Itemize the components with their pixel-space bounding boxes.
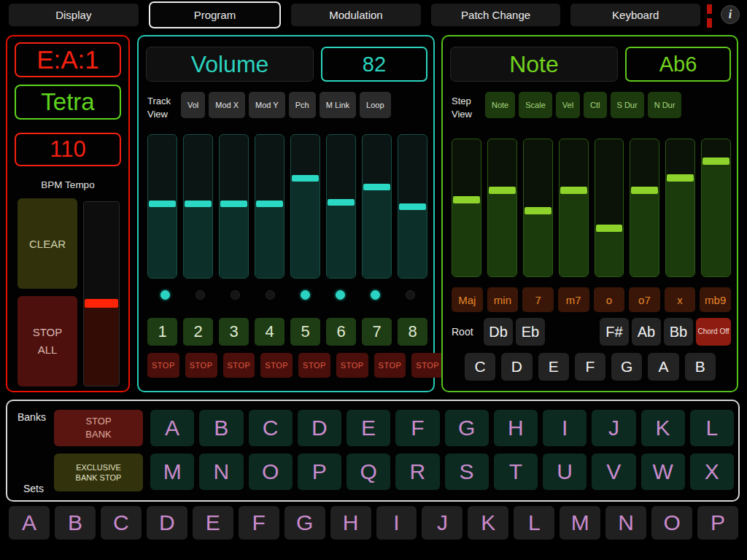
root-f[interactable]: F xyxy=(575,353,605,381)
fader-handle[interactable] xyxy=(631,187,658,194)
step-view-s-dur[interactable]: S Dur xyxy=(611,92,644,118)
set-i[interactable]: I xyxy=(376,506,417,540)
bank-u[interactable]: U xyxy=(543,454,587,490)
bank-a[interactable]: A xyxy=(150,410,194,446)
fader-3[interactable] xyxy=(523,139,553,277)
step-view-n-dur[interactable]: N Dur xyxy=(648,92,682,118)
fader-3[interactable] xyxy=(219,134,249,279)
chord-7[interactable]: 7 xyxy=(522,287,554,312)
fader-5[interactable] xyxy=(595,139,624,277)
chord-o7[interactable]: o7 xyxy=(629,287,660,312)
root-a[interactable]: A xyxy=(648,353,678,381)
stop-track-2[interactable]: STOP xyxy=(185,353,217,378)
fader-handle[interactable] xyxy=(453,196,480,203)
fader-handle[interactable] xyxy=(703,158,729,165)
bank-f[interactable]: F xyxy=(395,410,439,446)
bank-g[interactable]: G xyxy=(445,410,489,446)
fader-handle[interactable] xyxy=(525,207,551,214)
set-c[interactable]: C xyxy=(101,506,142,540)
set-a[interactable]: A xyxy=(9,506,50,540)
track-2[interactable]: 2 xyxy=(183,318,213,346)
chord-maj[interactable]: Maj xyxy=(452,287,483,312)
stop-track-1[interactable]: STOP xyxy=(147,353,179,378)
bank-q[interactable]: Q xyxy=(347,454,390,490)
stop-track-4[interactable]: STOP xyxy=(260,353,293,378)
track-view-loop[interactable]: Loop xyxy=(360,92,390,118)
step-view-note[interactable]: Note xyxy=(485,92,515,118)
chord-m7[interactable]: m7 xyxy=(558,287,589,312)
stop-all-button[interactable]: STOP ALL xyxy=(18,296,77,386)
bank-r[interactable]: R xyxy=(395,454,439,490)
chord-min[interactable]: min xyxy=(487,287,519,312)
track-4[interactable]: 4 xyxy=(255,318,285,346)
root-d[interactable]: D xyxy=(501,353,532,381)
fader-6[interactable] xyxy=(630,139,659,277)
fader-8[interactable] xyxy=(398,134,427,279)
set-e[interactable]: E xyxy=(193,506,233,540)
fader-handle[interactable] xyxy=(596,225,623,232)
bank-s[interactable]: S xyxy=(445,454,489,490)
bank-t[interactable]: T xyxy=(494,454,538,490)
root-g[interactable]: G xyxy=(611,353,642,381)
chord-o[interactable]: o xyxy=(594,287,625,312)
root-db[interactable]: Db xyxy=(484,318,513,346)
set-m[interactable]: M xyxy=(560,506,600,540)
fader-handle[interactable] xyxy=(328,199,355,206)
set-d[interactable]: D xyxy=(147,506,187,540)
fader-7[interactable] xyxy=(362,134,392,279)
bank-v[interactable]: V xyxy=(592,454,635,490)
tab-modulation[interactable]: Modulation xyxy=(291,4,421,26)
fader-1[interactable] xyxy=(147,134,177,279)
info-icon[interactable]: i xyxy=(721,5,740,24)
bank-m[interactable]: M xyxy=(150,454,194,490)
fader-handle[interactable] xyxy=(256,201,283,207)
fader-6[interactable] xyxy=(326,134,356,279)
chord-x[interactable]: x xyxy=(665,287,696,312)
set-f[interactable]: F xyxy=(239,506,279,540)
chord-off-button[interactable]: Chord Off xyxy=(696,318,731,346)
set-b[interactable]: B xyxy=(55,506,96,540)
fader-handle[interactable] xyxy=(149,201,176,207)
fader-handle[interactable] xyxy=(363,184,390,190)
track-1[interactable]: 1 xyxy=(147,318,177,346)
root-bb[interactable]: Bb xyxy=(664,318,693,346)
root-e[interactable]: E xyxy=(538,353,569,381)
root-eb[interactable]: Eb xyxy=(516,318,545,346)
set-h[interactable]: H xyxy=(330,506,371,540)
root-c[interactable]: C xyxy=(465,353,495,381)
bank-n[interactable]: N xyxy=(199,454,243,490)
bank-e[interactable]: E xyxy=(347,410,390,446)
fader-handle[interactable] xyxy=(185,201,212,207)
set-n[interactable]: N xyxy=(605,506,646,540)
track-7[interactable]: 7 xyxy=(362,318,392,346)
clear-button[interactable]: CLEAR xyxy=(18,198,77,289)
bank-l[interactable]: L xyxy=(690,410,734,446)
stop-bank-button[interactable]: STOP BANK xyxy=(54,410,143,446)
fader-2[interactable] xyxy=(183,134,213,279)
track-view-pch[interactable]: Pch xyxy=(289,92,316,118)
track-view-m-link[interactable]: M Link xyxy=(320,92,356,118)
bank-o[interactable]: O xyxy=(249,454,293,490)
fader-handle[interactable] xyxy=(220,201,247,207)
bank-x[interactable]: X xyxy=(690,454,734,490)
bank-i[interactable]: I xyxy=(543,410,587,446)
step-view-ctl[interactable]: Ctl xyxy=(584,92,606,118)
bank-d[interactable]: D xyxy=(298,410,341,446)
stop-track-7[interactable]: STOP xyxy=(374,353,406,378)
step-view-vel[interactable]: Vel xyxy=(556,92,580,118)
exclusive-bank-stop-button[interactable]: EXCLUSIVE BANK STOP xyxy=(54,454,143,491)
bank-w[interactable]: W xyxy=(641,454,685,490)
track-view-mod-y[interactable]: Mod Y xyxy=(249,92,285,118)
stop-track-6[interactable]: STOP xyxy=(336,353,368,378)
step-view-scale[interactable]: Scale xyxy=(519,92,552,118)
set-k[interactable]: K xyxy=(468,506,508,540)
set-l[interactable]: L xyxy=(514,506,554,540)
fader-handle[interactable] xyxy=(667,174,694,182)
tab-program[interactable]: Program xyxy=(149,1,282,28)
tab-patch-change[interactable]: Patch Change xyxy=(431,4,561,26)
set-o[interactable]: O xyxy=(651,506,692,540)
chord-mb9[interactable]: mb9 xyxy=(700,287,731,312)
fader-7[interactable] xyxy=(665,139,695,277)
bank-b[interactable]: B xyxy=(199,410,243,446)
fader-handle[interactable] xyxy=(399,203,426,210)
